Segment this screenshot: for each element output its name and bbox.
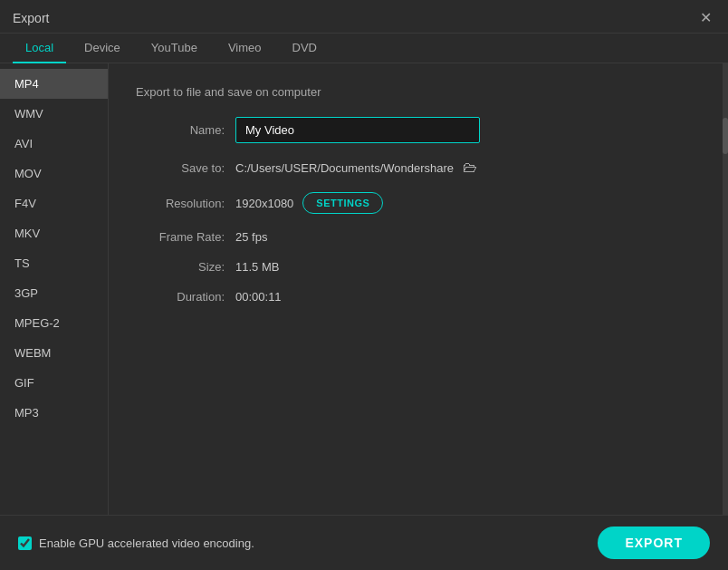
gpu-label[interactable]: Enable GPU accelerated video encoding.: [39, 536, 254, 550]
frame-rate-value: 25 fps: [235, 230, 267, 244]
sidebar-item-mp3[interactable]: MP3: [0, 398, 108, 428]
resolution-label: Resolution:: [136, 197, 235, 210]
save-to-row: Save to: C:/Users/USER/Documents/Wonders…: [136, 159, 695, 176]
sidebar-item-3gp[interactable]: 3GP: [0, 278, 108, 308]
tab-bar: Local Device YouTube Vimeo DVD: [0, 34, 728, 63]
export-button[interactable]: EXPORT: [598, 527, 710, 559]
window-title: Export: [13, 11, 49, 25]
gpu-checkbox[interactable]: [18, 536, 32, 550]
tab-vimeo[interactable]: Vimeo: [216, 34, 274, 63]
duration-value-wrap: 00:00:11: [235, 290, 282, 304]
sidebar-item-mov[interactable]: MOV: [0, 159, 108, 188]
duration-label: Duration:: [136, 290, 235, 304]
title-bar: Export ✕: [0, 0, 728, 34]
resolution-value-wrap: 1920x1080 SETTINGS: [235, 192, 383, 214]
name-row: Name:: [136, 117, 695, 143]
sidebar-item-wmv[interactable]: WMV: [0, 99, 108, 129]
sidebar-item-avi[interactable]: AVI: [0, 129, 108, 159]
size-label: Size:: [136, 260, 235, 274]
save-to-value-wrap: C:/Users/USER/Documents/Wondershare 🗁: [235, 159, 477, 176]
frame-rate-value-wrap: 25 fps: [235, 230, 267, 244]
name-value-wrap: [235, 117, 480, 143]
scroll-thumb[interactable]: [723, 118, 728, 154]
name-label: Name:: [136, 123, 235, 137]
sidebar-item-gif[interactable]: GIF: [0, 368, 108, 398]
folder-icon[interactable]: 🗁: [463, 159, 477, 176]
main-content: MP4 WMV AVI MOV F4V MKV TS 3GP MPEG-2 WE…: [0, 63, 728, 515]
sidebar-item-f4v[interactable]: F4V: [0, 188, 108, 218]
frame-rate-label: Frame Rate:: [136, 230, 235, 244]
sidebar-item-mpeg2[interactable]: MPEG-2: [0, 308, 108, 338]
save-to-path: C:/Users/USER/Documents/Wondershare: [235, 161, 454, 175]
save-to-label: Save to:: [136, 161, 235, 175]
frame-rate-row: Frame Rate: 25 fps: [136, 230, 695, 244]
format-sidebar: MP4 WMV AVI MOV F4V MKV TS 3GP MPEG-2 WE…: [0, 63, 109, 515]
export-window: Export ✕ Local Device YouTube Vimeo DVD …: [0, 0, 728, 570]
section-title: Export to file and save on computer: [136, 85, 695, 99]
close-button[interactable]: ✕: [696, 9, 715, 27]
size-value-wrap: 11.5 MB: [235, 260, 279, 274]
sidebar-item-mp4[interactable]: MP4: [0, 69, 108, 99]
sidebar-item-mkv[interactable]: MKV: [0, 218, 108, 248]
export-settings-panel: Export to file and save on computer Name…: [109, 63, 723, 515]
settings-button[interactable]: SETTINGS: [302, 192, 383, 214]
bottom-bar: Enable GPU accelerated video encoding. E…: [0, 515, 728, 570]
resolution-value: 1920x1080: [235, 197, 293, 210]
name-input[interactable]: [235, 117, 480, 143]
tab-device[interactable]: Device: [72, 34, 133, 63]
duration-row: Duration: 00:00:11: [136, 290, 695, 304]
size-row: Size: 11.5 MB: [136, 260, 695, 274]
tab-dvd[interactable]: DVD: [280, 34, 330, 63]
gpu-option: Enable GPU accelerated video encoding.: [18, 536, 254, 550]
size-value: 11.5 MB: [235, 260, 279, 274]
resolution-row: Resolution: 1920x1080 SETTINGS: [136, 192, 695, 214]
form-table: Name: Save to: C:/Users/USER/Documents/W…: [136, 117, 695, 304]
tab-local[interactable]: Local: [13, 34, 66, 63]
scrollbar[interactable]: [723, 63, 728, 515]
duration-value: 00:00:11: [235, 290, 282, 304]
sidebar-item-webm[interactable]: WEBM: [0, 338, 108, 368]
sidebar-item-ts[interactable]: TS: [0, 248, 108, 278]
tab-youtube[interactable]: YouTube: [139, 34, 210, 63]
